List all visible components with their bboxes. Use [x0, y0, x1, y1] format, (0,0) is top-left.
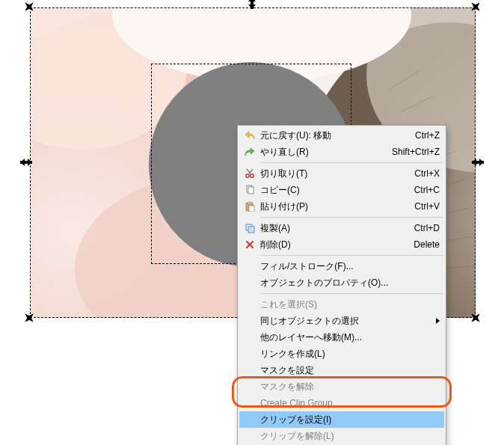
handle-w[interactable] [20, 157, 32, 168]
blank-icon [242, 364, 257, 376]
menu-make-link[interactable]: リンクを作成(L) [239, 346, 444, 362]
menu-copy-label: コピー(C) [257, 184, 408, 197]
menu-create-clip-group: Create Clip Group [239, 395, 444, 411]
menu-create-clip-group-label: Create Clip Group [257, 398, 440, 408]
menu-separator [260, 255, 443, 256]
copy-icon [242, 184, 257, 196]
menu-delete-accel: Delete [408, 239, 440, 250]
menu-set-mask[interactable]: マスクを設定 [239, 362, 444, 378]
menu-undo-accel: Ctrl+Z [409, 130, 440, 141]
menu-separator [260, 293, 443, 294]
menu-select-same-label: 同じオブジェクトの選択 [257, 315, 431, 328]
handle-nw[interactable] [23, 1, 35, 13]
blank-icon [242, 397, 257, 409]
undo-icon [242, 129, 257, 141]
blank-icon [242, 331, 257, 343]
paste-icon [242, 200, 257, 212]
handle-se[interactable] [470, 312, 482, 324]
menu-object-properties-label: オブジェクトのプロパティ(O)... [257, 277, 440, 289]
menu-redo[interactable]: やり直し(R) Shift+Ctrl+Z [239, 144, 444, 160]
svg-marker-18 [20, 159, 32, 166]
blank-icon [242, 348, 257, 360]
menu-select-this-label: これを選択(S) [257, 298, 440, 311]
handle-e[interactable] [472, 157, 484, 168]
menu-set-clip[interactable]: クリップを設定(I) [239, 411, 444, 428]
redo-icon [242, 146, 257, 158]
menu-undo[interactable]: 元に戻す(U): 移動 Ctrl+Z [239, 127, 444, 144]
menu-object-properties[interactable]: オブジェクトのプロパティ(O)... [239, 274, 444, 291]
menu-fill-stroke-label: フィル/ストローク(F)... [257, 260, 440, 273]
context-menu: 元に戻す(U): 移動 Ctrl+Z やり直し(R) Shift+Ctrl+Z … [237, 125, 446, 445]
handle-n[interactable] [247, 0, 257, 9]
menu-select-same[interactable]: 同じオブジェクトの選択 [239, 313, 444, 329]
menu-duplicate-accel: Ctrl+D [408, 223, 440, 233]
blank-icon [242, 414, 257, 426]
menu-release-mask: マスクを解除 [239, 378, 444, 395]
handle-ne[interactable] [470, 1, 482, 13]
menu-paste-label: 貼り付け(P) [257, 200, 408, 213]
menu-cut[interactable]: 切り取り(T) Ctrl+X [239, 165, 444, 182]
menu-move-to-layer-label: 他のレイヤーへ移動(M)... [257, 331, 440, 344]
menu-release-clip: クリップを解除(L) [239, 428, 444, 444]
svg-marker-11 [23, 312, 35, 324]
svg-marker-10 [470, 1, 482, 13]
menu-move-to-layer[interactable]: 他のレイヤーへ移動(M)... [239, 329, 444, 346]
menu-cut-label: 切り取り(T) [257, 168, 408, 180]
menu-cut-accel: Ctrl+X [408, 168, 440, 179]
svg-point-22 [251, 174, 253, 177]
cut-icon [242, 168, 257, 179]
blank-icon [242, 381, 257, 393]
menu-redo-label: やり直し(R) [257, 146, 386, 159]
blank-icon [242, 315, 257, 327]
svg-rect-29 [248, 227, 254, 233]
menu-separator [260, 162, 443, 163]
menu-make-link-label: リンクを作成(L) [257, 348, 440, 360]
svg-point-21 [246, 174, 249, 177]
menu-delete-label: 削除(D) [257, 239, 408, 251]
svg-marker-12 [470, 312, 482, 324]
menu-copy[interactable]: コピー(C) Ctrl+C [239, 182, 444, 198]
svg-marker-20 [472, 159, 484, 166]
svg-marker-9 [23, 1, 35, 13]
menu-delete[interactable]: 削除(D) Delete [239, 236, 444, 253]
menu-paste[interactable]: 貼り付け(P) Ctrl+V [239, 198, 444, 215]
svg-rect-27 [249, 206, 254, 212]
menu-paste-accel: Ctrl+V [408, 201, 440, 212]
menu-duplicate[interactable]: 複製(A) Ctrl+D [239, 220, 444, 236]
blank-icon [242, 430, 257, 442]
blank-icon [242, 260, 257, 272]
menu-release-clip-label: クリップを解除(L) [257, 430, 440, 443]
handle-sw[interactable] [23, 312, 35, 324]
menu-copy-accel: Ctrl+C [408, 185, 440, 195]
menu-fill-stroke[interactable]: フィル/ストローク(F)... [239, 258, 444, 274]
menu-release-mask-label: マスクを解除 [257, 381, 440, 393]
svg-rect-24 [248, 187, 253, 194]
duplicate-icon [242, 222, 257, 234]
delete-icon [242, 239, 257, 251]
menu-select-this: これを選択(S) [239, 296, 444, 313]
blank-icon [242, 277, 257, 289]
menu-set-mask-label: マスクを設定 [257, 364, 440, 377]
canvas[interactable]: 元に戻す(U): 移動 Ctrl+Z やり直し(R) Shift+Ctrl+Z … [0, 0, 504, 445]
blank-icon [242, 298, 257, 310]
menu-separator [260, 217, 443, 218]
menu-undo-label: 元に戻す(U): 移動 [257, 129, 409, 142]
menu-duplicate-label: 複製(A) [257, 222, 408, 235]
menu-set-clip-label: クリップを設定(I) [257, 414, 440, 426]
menu-redo-accel: Shift+Ctrl+Z [386, 147, 440, 157]
svg-rect-26 [248, 202, 251, 204]
submenu-arrow-icon [436, 318, 440, 324]
